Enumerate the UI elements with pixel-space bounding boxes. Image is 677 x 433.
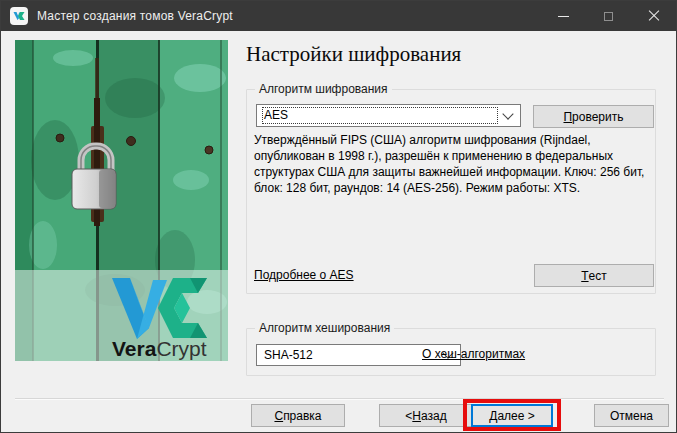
veracrypt-wordmark: VeraCrypt (112, 337, 207, 360)
window-title: Мастер создания томов VeraCrypt (37, 9, 233, 23)
maximize-button[interactable] (586, 1, 631, 31)
window-controls (541, 1, 676, 31)
titlebar: Мастер создания томов VeraCrypt (1, 1, 676, 31)
chevron-down-icon (502, 108, 513, 119)
veracrypt-logo-icon (10, 7, 28, 25)
test-button[interactable]: Тест (534, 264, 654, 287)
minimize-icon (558, 16, 569, 17)
encryption-algorithm-select[interactable]: AES (256, 104, 521, 127)
close-icon (648, 10, 660, 22)
help-button[interactable]: Справка (251, 404, 345, 427)
more-about-aes-link[interactable]: Подробнее о AES (254, 268, 354, 282)
page-title: Настройки шифрования (246, 42, 461, 67)
door-photo-illustration: VeraCrypt (15, 40, 228, 361)
encryption-group-label: Алгоритм шифрования (255, 82, 392, 96)
minimize-button[interactable] (541, 1, 586, 31)
door-photo: VeraCrypt (15, 40, 228, 361)
cancel-button[interactable]: Отмена (594, 404, 669, 427)
veracrypt-wizard-window: Мастер создания томов VeraCrypt (0, 0, 677, 433)
next-button[interactable]: Далее > (471, 404, 553, 427)
algorithm-description: Утверждённый FIPS (США) алгоритм шифрова… (254, 132, 656, 196)
benchmark-button[interactable]: Проверить (533, 105, 654, 128)
hash-group-label: Алгоритм хеширования (255, 321, 394, 335)
back-button[interactable]: < Назад (379, 404, 473, 427)
hash-algorithm-value: SHA-512 (262, 347, 438, 364)
maximize-icon (604, 12, 613, 21)
close-button[interactable] (631, 1, 676, 31)
footer-separator (15, 398, 664, 400)
veracrypt-logo-glyph (12, 9, 26, 23)
wizard-page: VeraCrypt Настройки шифрования Алгоритм … (1, 31, 677, 433)
encryption-algorithm-value: AES (262, 107, 498, 124)
hash-info-link[interactable]: О хеш-алгоритмах (422, 347, 525, 361)
